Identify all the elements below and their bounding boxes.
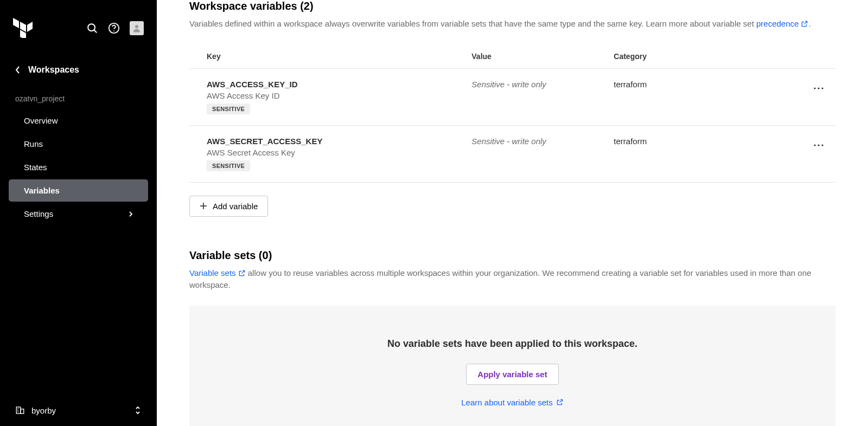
variable-value: Sensitive - write only	[471, 137, 546, 146]
variable-category: terraform	[596, 125, 790, 182]
row-actions-button[interactable]	[810, 137, 827, 151]
variable-row: AWS_SECRET_ACCESS_KEYAWS Secret Access K…	[189, 125, 835, 182]
sidebar-item-label: Settings	[24, 209, 53, 218]
variable-key: AWS_SECRET_ACCESS_KEY	[207, 137, 445, 146]
sidebar-item-label: States	[24, 163, 47, 172]
sidebar-item-runs[interactable]: Runs	[9, 133, 148, 155]
workspace-variables-desc: Variables defined within a workspace alw…	[189, 18, 835, 30]
svg-point-12	[821, 87, 823, 89]
variable-sets-title: Variable sets (0)	[189, 249, 835, 262]
org-name: byorby	[31, 406, 56, 415]
variable-description: AWS Access Key ID	[207, 91, 445, 100]
back-to-workspaces[interactable]: Workspaces	[0, 57, 157, 82]
apply-variable-set-button[interactable]: Apply variable set	[466, 364, 558, 385]
sidebar-item-settings[interactable]: Settings	[9, 203, 148, 225]
variable-sets-desc: Variable sets allow you to reuse variabl…	[189, 267, 835, 292]
user-avatar[interactable]	[130, 21, 144, 35]
sensitive-badge: SENSITIVE	[207, 160, 250, 171]
sidebar-item-variables[interactable]: Variables	[9, 179, 148, 202]
sidebar-item-overview[interactable]: Overview	[9, 109, 148, 132]
svg-point-11	[818, 87, 819, 89]
learn-variable-sets-link[interactable]: Learn about variable sets	[461, 398, 563, 407]
empty-title: No variable sets have been applied to th…	[200, 338, 825, 350]
variable-category: terraform	[596, 68, 790, 125]
variable-value: Sensitive - write only	[471, 80, 546, 89]
variables-table: Key Value Category AWS_ACCESS_KEY_IDAWS …	[189, 44, 835, 183]
org-switcher[interactable]: byorby	[0, 395, 157, 426]
chevron-up-down-icon	[134, 405, 142, 415]
svg-point-3	[113, 30, 114, 31]
precedence-link[interactable]: precedence	[756, 18, 808, 30]
variable-sets-link[interactable]: Variable sets	[189, 267, 246, 280]
add-variable-button[interactable]: Add variable	[189, 196, 268, 217]
workspace-variables-title: Workspace variables (2)	[189, 0, 835, 12]
variable-row: AWS_ACCESS_KEY_IDAWS Access Key IDSENSIT…	[189, 68, 835, 125]
sidebar-header	[0, 0, 157, 53]
sidebar-item-label: Runs	[24, 139, 43, 149]
svg-rect-6	[21, 409, 24, 414]
svg-point-10	[814, 87, 815, 89]
terraform-logo[interactable]	[13, 16, 33, 40]
variable-description: AWS Secret Access Key	[207, 148, 445, 157]
back-label: Workspaces	[28, 65, 79, 75]
project-name: ozatvn_project	[0, 87, 157, 108]
sidebar-nav: OverviewRunsStatesVariablesSettings	[0, 108, 157, 226]
column-category: Category	[596, 44, 790, 69]
svg-point-0	[88, 24, 95, 31]
sidebar: Workspaces ozatvn_project OverviewRunsSt…	[0, 0, 157, 426]
column-value: Value	[454, 44, 596, 69]
sidebar-item-label: Variables	[24, 186, 60, 195]
help-icon[interactable]	[108, 22, 120, 34]
sidebar-item-states[interactable]: States	[9, 156, 148, 178]
empty-variable-sets: No variable sets have been applied to th…	[189, 306, 835, 427]
sensitive-badge: SENSITIVE	[207, 104, 250, 114]
main-content: Workspace variables (2) Variables define…	[157, 0, 868, 426]
svg-point-14	[818, 144, 819, 146]
svg-point-15	[821, 144, 823, 146]
search-icon[interactable]	[86, 22, 98, 34]
svg-point-13	[814, 144, 815, 146]
svg-point-4	[135, 25, 138, 28]
row-actions-button[interactable]	[810, 80, 827, 94]
variable-key: AWS_ACCESS_KEY_ID	[207, 80, 445, 89]
column-key: Key	[189, 44, 454, 69]
svg-line-1	[94, 30, 97, 33]
chevron-right-icon	[129, 211, 133, 217]
header-actions	[86, 21, 144, 35]
sidebar-item-label: Overview	[24, 116, 58, 125]
